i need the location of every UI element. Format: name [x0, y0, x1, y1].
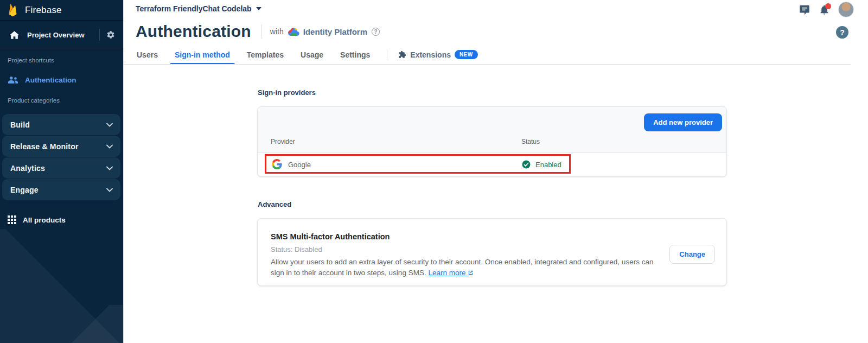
change-button[interactable]: Change — [669, 245, 715, 264]
extensions-icon — [398, 50, 406, 59]
with-label: with — [270, 27, 284, 36]
status-cell: Enabled — [521, 160, 561, 169]
title-divider — [261, 24, 261, 39]
firebase-brand[interactable]: Firebase — [0, 0, 123, 21]
project-selector[interactable]: Terraform FriendlyChat Codelab — [136, 4, 261, 13]
avatar[interactable] — [838, 2, 854, 17]
sidebar-item-all-products[interactable]: All products — [0, 212, 124, 228]
tabs-bottom-divider — [124, 64, 851, 65]
grid-icon — [8, 215, 16, 224]
notifications-bell-icon[interactable] — [819, 4, 830, 16]
sms-mfa-card: SMS Multi-factor Authentication Status: … — [257, 218, 727, 286]
provider-row[interactable]: Google Enabled — [258, 153, 726, 176]
brand-name: Firebase — [25, 5, 62, 16]
learn-more-link[interactable]: Learn more — [428, 269, 474, 277]
sidebar-item-label: Authentication — [25, 76, 76, 84]
main-content: Terraform FriendlyChat Codelab Authentic… — [124, 0, 868, 343]
release-notes-icon[interactable] — [799, 4, 810, 16]
chevron-down-icon — [106, 166, 113, 170]
sms-status: Status: Disabled — [271, 245, 322, 253]
sidebar-item-authentication[interactable]: Authentication — [0, 72, 124, 88]
external-link-icon — [468, 270, 474, 276]
gcp-cloud-icon — [288, 27, 299, 36]
all-products-label: All products — [23, 216, 66, 224]
extensions-label: Extensions — [410, 50, 451, 59]
add-new-provider-button[interactable]: Add new provider — [644, 113, 722, 131]
tabs-divider — [387, 49, 387, 60]
divider — [99, 29, 100, 41]
sms-description: Allow your users to add an extra layer o… — [271, 257, 660, 278]
people-icon — [8, 76, 18, 84]
caret-down-icon — [256, 7, 261, 10]
sidebar-category-release-monitor[interactable]: Release & Monitor — [2, 136, 120, 157]
signin-providers-heading: Sign-in providers — [258, 88, 316, 97]
tab-extensions[interactable]: Extensions NEW — [398, 50, 477, 64]
chevron-down-icon — [106, 188, 113, 192]
home-icon — [10, 31, 19, 39]
tab-settings[interactable]: Settings — [340, 50, 370, 64]
providers-card: Add new provider Provider Status Google … — [257, 106, 727, 177]
notification-dot — [825, 3, 831, 9]
tab-templates[interactable]: Templates — [247, 50, 284, 64]
chevron-down-icon — [106, 144, 113, 149]
question-mark: ? — [840, 28, 845, 37]
page-title: Authentication — [136, 22, 251, 41]
sidebar-category-engage[interactable]: Engage — [2, 179, 120, 200]
sidebar: Firebase Project Overview Project shortc… — [0, 0, 124, 343]
category-label: Build — [10, 120, 30, 129]
advanced-heading: Advanced — [258, 200, 291, 208]
help-button[interactable]: ? — [836, 26, 848, 39]
tab-bar: Users Sign-in method Templates Usage Set… — [137, 49, 478, 65]
sidebar-category-analytics[interactable]: Analytics — [2, 157, 120, 179]
firebase-logo-icon — [8, 3, 18, 17]
tab-usage[interactable]: Usage — [301, 50, 323, 64]
product-categories-label: Product categories — [8, 97, 60, 104]
category-label: Engage — [10, 186, 39, 194]
identity-platform-label: Identity Platform — [303, 27, 367, 36]
project-overview-label: Project Overview — [27, 31, 99, 39]
category-label: Release & Monitor — [10, 142, 79, 151]
settings-gear-icon[interactable] — [106, 30, 115, 39]
chevron-down-icon — [106, 123, 113, 127]
sidebar-category-build[interactable]: Build — [2, 114, 120, 135]
info-question-icon[interactable]: ? — [372, 28, 380, 36]
project-shortcuts-label: Project shortcuts — [8, 57, 54, 63]
learn-more-label: Learn more — [428, 269, 465, 277]
provider-column-header: Provider — [271, 138, 295, 145]
category-label: Analytics — [10, 164, 45, 173]
status-column-header: Status — [521, 138, 540, 145]
google-logo-icon — [272, 159, 282, 169]
topbar-icons — [799, 2, 854, 17]
status-check-icon — [521, 160, 531, 169]
tab-sign-in-method[interactable]: Sign-in method — [175, 50, 230, 64]
new-badge: NEW — [455, 50, 478, 59]
sidebar-item-project-overview[interactable]: Project Overview — [0, 21, 123, 49]
provider-name: Google — [288, 161, 311, 169]
project-name: Terraform FriendlyChat Codelab — [136, 4, 252, 13]
tab-users[interactable]: Users — [137, 50, 158, 64]
status-text: Enabled — [535, 161, 561, 169]
title-row: Authentication with Identity Platform ? — [136, 22, 380, 41]
sms-title: SMS Multi-factor Authentication — [271, 232, 390, 241]
